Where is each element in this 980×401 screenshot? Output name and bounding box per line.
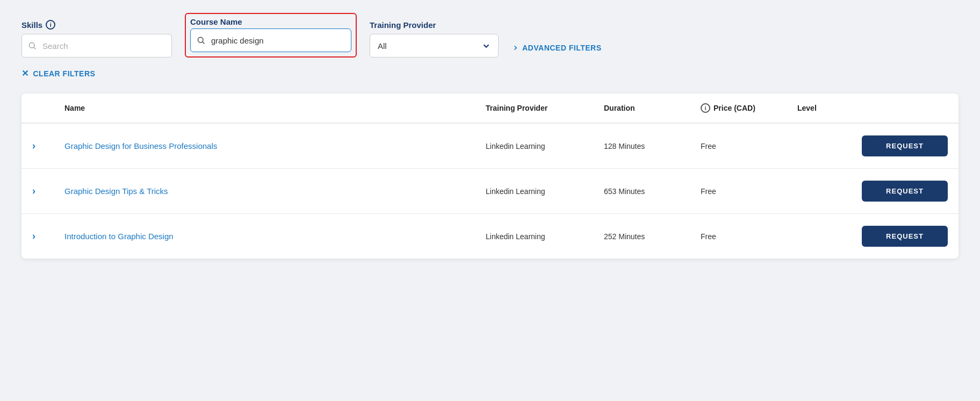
row-2-expand[interactable]: › xyxy=(32,185,64,197)
training-provider-select-wrap: All Linkedin Learning xyxy=(370,34,499,58)
row-3-chevron-icon[interactable]: › xyxy=(32,231,35,241)
table-row: › Graphic Design Tips & Tricks Linkedin … xyxy=(21,169,959,214)
row-2-price: Free xyxy=(701,187,797,196)
course-name-search-input[interactable] xyxy=(190,28,351,52)
col-provider: Training Provider xyxy=(486,104,604,112)
skills-search-icon xyxy=(28,41,37,50)
clear-filters-x-icon: ✕ xyxy=(21,68,29,78)
row-2-duration: 653 Minutes xyxy=(604,187,701,196)
svg-line-1 xyxy=(34,47,36,49)
col-level: Level xyxy=(797,104,862,112)
row-2-course-name[interactable]: Graphic Design Tips & Tricks xyxy=(64,187,486,196)
training-provider-label: Training Provider xyxy=(370,20,499,30)
col-price: i Price (CAD) xyxy=(701,103,797,113)
training-provider-label-text: Training Provider xyxy=(370,20,436,30)
training-provider-filter-group: Training Provider All Linkedin Learning xyxy=(370,20,499,58)
row-3-course-name[interactable]: Introduction to Graphic Design xyxy=(64,232,486,241)
row-1-course-name[interactable]: Graphic Design for Business Professional… xyxy=(64,141,486,151)
course-name-label: Course Name xyxy=(190,17,351,26)
clear-filters-label: CLEAR FILTERS xyxy=(33,69,96,78)
filters-row: Skills i Course Name Training Provider xyxy=(21,13,959,58)
advanced-filters-chevron-icon xyxy=(511,44,519,52)
row-3-price: Free xyxy=(701,232,797,241)
skills-search-input[interactable] xyxy=(21,34,172,58)
row-1-duration: 128 Minutes xyxy=(604,142,701,151)
svg-point-0 xyxy=(29,42,34,48)
row-1-provider: Linkedin Learning xyxy=(486,142,604,151)
row-2-chevron-icon[interactable]: › xyxy=(32,185,35,196)
row-1-chevron-icon[interactable]: › xyxy=(32,140,35,151)
row-3-expand[interactable]: › xyxy=(32,231,64,242)
skills-label: Skills i xyxy=(21,20,172,30)
col-duration: Duration xyxy=(604,104,701,112)
row-3-request-button[interactable]: REQUEST xyxy=(862,226,948,247)
table-header: Name Training Provider Duration i Price … xyxy=(21,94,959,124)
row-1-price: Free xyxy=(701,142,797,151)
row-1-expand[interactable]: › xyxy=(32,140,64,152)
price-info-icon[interactable]: i xyxy=(701,103,710,113)
skills-info-icon[interactable]: i xyxy=(46,20,55,30)
advanced-filters-label: ADVANCED FILTERS xyxy=(522,44,601,52)
svg-point-2 xyxy=(198,37,203,42)
col-name: Name xyxy=(64,104,486,112)
course-name-input-wrap xyxy=(190,28,351,52)
table-row: › Graphic Design for Business Profession… xyxy=(21,124,959,169)
row-2-provider: Linkedin Learning xyxy=(486,187,604,196)
skills-label-text: Skills xyxy=(21,20,42,30)
row-1-request-button[interactable]: REQUEST xyxy=(862,135,948,156)
clear-filters-button[interactable]: ✕ CLEAR FILTERS xyxy=(21,68,95,78)
table-row: › Introduction to Graphic Design Linkedi… xyxy=(21,214,959,259)
course-name-filter-group: Course Name xyxy=(185,13,357,58)
training-provider-select[interactable]: All Linkedin Learning xyxy=(370,34,499,58)
skills-filter-group: Skills i xyxy=(21,20,172,58)
skills-input-wrap xyxy=(21,34,172,58)
row-2-request-button[interactable]: REQUEST xyxy=(862,181,948,202)
advanced-filters-button[interactable]: ADVANCED FILTERS xyxy=(511,44,601,58)
svg-line-3 xyxy=(203,42,205,44)
course-name-search-icon xyxy=(197,36,205,45)
results-table: Name Training Provider Duration i Price … xyxy=(21,94,959,259)
row-3-duration: 252 Minutes xyxy=(604,232,701,241)
course-name-label-text: Course Name xyxy=(190,17,242,26)
row-3-provider: Linkedin Learning xyxy=(486,232,604,241)
